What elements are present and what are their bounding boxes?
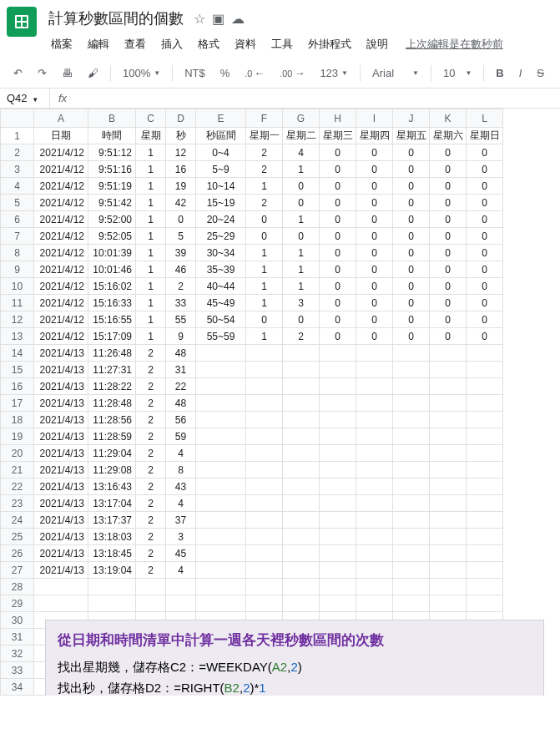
cell[interactable]: 0 — [320, 195, 356, 211]
cell[interactable]: 2 — [246, 161, 283, 178]
cell[interactable]: 1 — [246, 328, 283, 345]
cell[interactable]: 0 — [356, 161, 393, 178]
menu-insert[interactable]: 插入 — [155, 33, 189, 55]
cell[interactable]: 48 — [166, 395, 196, 412]
cell[interactable]: 11:26:48 — [88, 345, 136, 362]
move-icon[interactable]: ▣ — [212, 11, 225, 27]
cell[interactable] — [356, 345, 393, 362]
cell[interactable] — [393, 529, 430, 545]
cell[interactable] — [320, 345, 356, 362]
cell[interactable] — [430, 395, 467, 412]
cell[interactable] — [356, 512, 393, 529]
cell[interactable]: 0 — [283, 311, 320, 328]
cell[interactable]: 15:17:09 — [88, 328, 136, 345]
cell[interactable]: 2021/4/13 — [34, 512, 88, 529]
cell[interactable] — [467, 529, 503, 545]
decrease-decimal-button[interactable]: .0← — [238, 62, 271, 84]
cell[interactable] — [430, 345, 467, 362]
cell[interactable] — [393, 345, 430, 362]
cell[interactable]: 2021/4/12 — [34, 211, 88, 228]
cell[interactable]: 0 — [430, 278, 467, 295]
cell[interactable]: 0 — [356, 311, 393, 328]
cell[interactable]: 31 — [166, 362, 196, 378]
cell[interactable] — [430, 362, 467, 378]
cell[interactable]: 9:52:05 — [88, 228, 136, 245]
cell[interactable]: 0 — [393, 195, 430, 211]
row-header-15[interactable]: 15 — [1, 362, 34, 378]
row-header-4[interactable]: 4 — [1, 178, 34, 195]
cell[interactable]: 40~44 — [196, 278, 246, 295]
cell[interactable]: 0 — [356, 295, 393, 311]
row-header-24[interactable]: 24 — [1, 512, 34, 529]
cell[interactable]: 2 — [136, 378, 166, 395]
cell[interactable] — [166, 579, 196, 595]
row-header-3[interactable]: 3 — [1, 161, 34, 178]
cell[interactable]: 13:17:37 — [88, 512, 136, 529]
cell[interactable]: 2 — [136, 462, 166, 478]
cell[interactable] — [246, 428, 283, 445]
cell[interactable]: 2021/4/12 — [34, 161, 88, 178]
cell[interactable] — [320, 412, 356, 428]
cell[interactable]: 45 — [166, 545, 196, 562]
cell[interactable]: 2 — [136, 445, 166, 462]
cell[interactable] — [196, 512, 246, 529]
cell[interactable]: 0 — [356, 211, 393, 228]
cell[interactable] — [467, 462, 503, 478]
cell[interactable]: 0 — [356, 261, 393, 278]
cell[interactable]: 1 — [246, 278, 283, 295]
cell[interactable] — [356, 478, 393, 495]
cell[interactable]: 0 — [467, 311, 503, 328]
cell[interactable] — [430, 529, 467, 545]
cell[interactable]: 1 — [136, 328, 166, 345]
cell[interactable] — [196, 428, 246, 445]
col-header-J[interactable]: J — [393, 109, 430, 128]
row-header-32[interactable]: 32 — [1, 645, 34, 662]
cell[interactable]: 13:18:45 — [88, 545, 136, 562]
cell[interactable] — [320, 529, 356, 545]
cell[interactable]: 0 — [430, 245, 467, 261]
cell[interactable]: 11:28:56 — [88, 412, 136, 428]
currency-button[interactable]: NT$ — [178, 62, 212, 84]
cell[interactable]: 0 — [467, 228, 503, 245]
cell[interactable]: 0 — [356, 144, 393, 161]
cell[interactable] — [320, 579, 356, 595]
cell[interactable] — [430, 412, 467, 428]
cell[interactable]: 46 — [166, 261, 196, 278]
cell[interactable] — [283, 345, 320, 362]
cell[interactable] — [393, 495, 430, 512]
cell[interactable] — [467, 378, 503, 395]
cell[interactable]: 2021/4/12 — [34, 311, 88, 328]
cell[interactable] — [246, 445, 283, 462]
cell[interactable]: 0 — [356, 228, 393, 245]
cell[interactable]: 0 — [430, 144, 467, 161]
row-header-8[interactable]: 8 — [1, 245, 34, 261]
cell[interactable] — [283, 545, 320, 562]
cell[interactable]: 2021/4/12 — [34, 144, 88, 161]
cell[interactable]: 1 — [283, 245, 320, 261]
cell[interactable]: 0 — [320, 228, 356, 245]
cell[interactable]: 1 — [283, 261, 320, 278]
cell[interactable]: 0 — [320, 261, 356, 278]
cell[interactable]: 3 — [166, 529, 196, 545]
cell[interactable]: 0 — [467, 245, 503, 261]
cell[interactable]: 55 — [166, 311, 196, 328]
cell[interactable]: 1 — [246, 295, 283, 311]
cell[interactable] — [467, 445, 503, 462]
cell[interactable]: 1 — [136, 161, 166, 178]
cell[interactable] — [320, 428, 356, 445]
cell[interactable]: 15~19 — [196, 195, 246, 211]
cell[interactable] — [320, 378, 356, 395]
cell[interactable] — [196, 545, 246, 562]
select-all-corner[interactable] — [1, 109, 34, 128]
cell[interactable] — [320, 395, 356, 412]
cell[interactable] — [246, 345, 283, 362]
menu-view[interactable]: 查看 — [119, 33, 152, 55]
cell[interactable] — [356, 462, 393, 478]
row-header-1[interactable]: 1 — [1, 128, 34, 144]
cell[interactable] — [393, 378, 430, 395]
cell[interactable]: 10:01:39 — [88, 245, 136, 261]
cell[interactable]: 13:19:04 — [88, 562, 136, 579]
cell[interactable]: 11:29:04 — [88, 445, 136, 462]
cell[interactable]: 2 — [136, 345, 166, 362]
cell[interactable]: 0 — [320, 245, 356, 261]
